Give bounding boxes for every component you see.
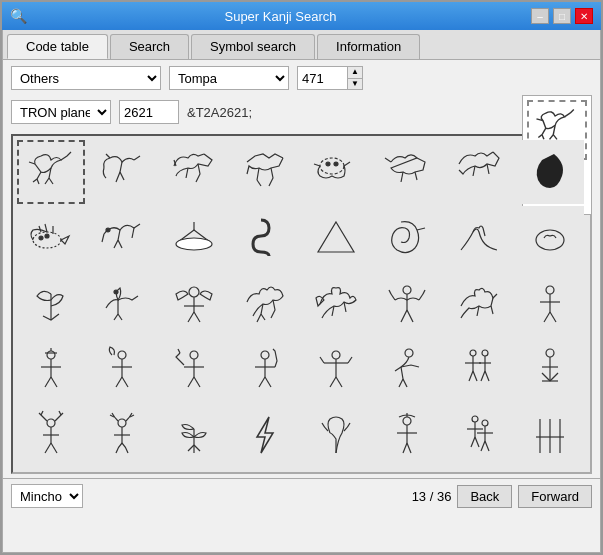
char-cell-23[interactable] <box>516 272 584 336</box>
svg-point-15 <box>190 351 198 359</box>
svg-point-9 <box>114 290 118 294</box>
char-cell-28[interactable] <box>302 337 370 401</box>
char-cell-4[interactable] <box>302 140 370 204</box>
char-cell-10[interactable] <box>160 206 228 270</box>
char-cell-37[interactable] <box>373 403 441 467</box>
svg-point-0 <box>320 158 344 174</box>
char-cell-36[interactable] <box>302 403 370 467</box>
svg-point-16 <box>261 351 269 359</box>
svg-point-21 <box>546 349 554 357</box>
window-controls: – □ ✕ <box>531 8 593 24</box>
char-cell-24[interactable] <box>17 337 85 401</box>
char-cell-16[interactable] <box>17 272 85 336</box>
char-cell-17[interactable] <box>88 272 156 336</box>
char-cell-6[interactable] <box>445 140 513 204</box>
char-cell-32[interactable] <box>17 403 85 467</box>
char-cell-9[interactable] <box>88 206 156 270</box>
char-cell-31[interactable] <box>516 337 584 401</box>
char-cell-5[interactable] <box>373 140 441 204</box>
char-cell-11[interactable] <box>231 206 299 270</box>
svg-point-25 <box>472 416 478 422</box>
char-cell-12[interactable] <box>302 206 370 270</box>
category-select[interactable]: Others CJK Symbols <box>11 66 161 90</box>
window-title: Super Kanji Search <box>30 9 531 24</box>
spin-buttons: ▲ ▼ <box>347 66 363 90</box>
svg-point-1 <box>326 162 330 166</box>
char-cell-29[interactable] <box>373 337 441 401</box>
char-cell-30[interactable] <box>445 337 513 401</box>
bottom-bar: Mincho Gothic 13 / 36 Back Forward <box>3 478 600 513</box>
tab-bar: Code table Search Symbol search Informat… <box>3 30 600 60</box>
svg-point-2 <box>334 162 338 166</box>
svg-point-19 <box>470 350 476 356</box>
char-cell-15[interactable] <box>516 206 584 270</box>
char-cell-13[interactable] <box>373 206 441 270</box>
svg-point-17 <box>332 351 340 359</box>
forward-button[interactable]: Forward <box>518 485 592 508</box>
tab-symbol-search[interactable]: Symbol search <box>191 34 315 59</box>
char-cell-34[interactable] <box>160 403 228 467</box>
svg-point-13 <box>47 351 55 359</box>
svg-point-14 <box>118 351 126 359</box>
svg-point-5 <box>45 234 49 238</box>
svg-point-20 <box>482 350 488 356</box>
char-cell-27[interactable] <box>231 337 299 401</box>
font-select[interactable]: Mincho Gothic <box>11 484 83 508</box>
tab-search[interactable]: Search <box>110 34 189 59</box>
number-input-group: 471 ▲ ▼ <box>297 66 363 90</box>
back-button[interactable]: Back <box>457 485 512 508</box>
row1: Others CJK Symbols Tompa Oracle Bronze 4… <box>3 60 515 96</box>
svg-point-6 <box>106 228 110 232</box>
bottom-right: 13 / 36 Back Forward <box>412 485 592 508</box>
char-cell-39[interactable] <box>516 403 584 467</box>
title-bar: 🔍 Super Kanji Search – □ ✕ <box>2 2 601 30</box>
char-cell-2[interactable] <box>160 140 228 204</box>
tab-information[interactable]: Information <box>317 34 420 59</box>
svg-point-23 <box>118 419 126 427</box>
svg-point-4 <box>39 236 43 240</box>
svg-point-11 <box>403 286 411 294</box>
controls-section: Others CJK Symbols Tompa Oracle Bronze 4… <box>3 60 600 130</box>
char-cell-38[interactable] <box>445 403 513 467</box>
svg-point-8 <box>536 230 564 250</box>
tron-select[interactable]: TRON plane 10 TRON plane 1 <box>11 100 111 124</box>
char-cell-0[interactable] <box>17 140 85 204</box>
spin-up-button[interactable]: ▲ <box>348 67 362 79</box>
svg-point-22 <box>47 419 55 427</box>
char-cell-8[interactable] <box>17 206 85 270</box>
character-grid <box>11 134 592 474</box>
minimize-button[interactable]: – <box>531 8 549 24</box>
char-cell-19[interactable] <box>231 272 299 336</box>
char-cell-3[interactable] <box>231 140 299 204</box>
svg-point-18 <box>405 349 413 357</box>
char-cell-25[interactable] <box>88 337 156 401</box>
code-input[interactable] <box>119 100 179 124</box>
svg-point-26 <box>482 420 488 426</box>
row2: TRON plane 10 TRON plane 1 &T2A2621; <box>3 96 515 130</box>
char-cell-21[interactable] <box>373 272 441 336</box>
char-cell-35[interactable] <box>231 403 299 467</box>
char-cell-22[interactable] <box>445 272 513 336</box>
maximize-button[interactable]: □ <box>553 8 571 24</box>
number-input[interactable]: 471 <box>297 66 347 90</box>
char-cell-1[interactable] <box>88 140 156 204</box>
svg-point-10 <box>189 287 199 297</box>
char-cell-33[interactable] <box>88 403 156 467</box>
subset-select[interactable]: Tompa Oracle Bronze <box>169 66 289 90</box>
tab-code-table[interactable]: Code table <box>7 34 108 59</box>
entity-display: &T2A2621; <box>187 105 252 120</box>
svg-point-12 <box>546 286 554 294</box>
char-cell-20[interactable] <box>302 272 370 336</box>
char-cell-7[interactable] <box>516 140 584 204</box>
content-area: 10-2621 トンパ Others CJK Symbols Tompa Ora… <box>3 60 600 552</box>
spin-down-button[interactable]: ▼ <box>348 79 362 90</box>
char-cell-26[interactable] <box>160 337 228 401</box>
char-cell-14[interactable] <box>445 206 513 270</box>
page-info: 13 / 36 <box>412 489 452 504</box>
char-cell-18[interactable] <box>160 272 228 336</box>
close-button[interactable]: ✕ <box>575 8 593 24</box>
svg-point-7 <box>176 238 212 250</box>
svg-point-24 <box>403 417 411 425</box>
bottom-left: Mincho Gothic <box>11 484 83 508</box>
